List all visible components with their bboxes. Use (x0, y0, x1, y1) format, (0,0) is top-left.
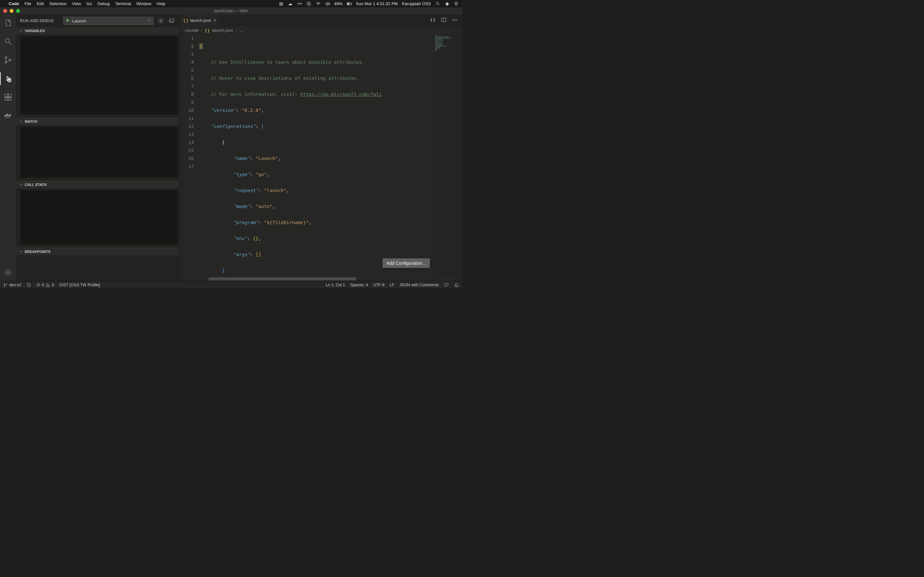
start-debug-icon[interactable] (65, 18, 70, 24)
chevron-down-icon (19, 182, 23, 187)
code-content[interactable]: { // Use IntelliSense to learn about pos… (200, 34, 434, 277)
status-bar: dev-v2 0 0 GIST [OSS TW Profile] Ln 1, C… (0, 281, 462, 288)
battery-icon[interactable] (347, 2, 352, 6)
control-center-icon[interactable]: ☰ (454, 1, 459, 6)
svg-rect-9 (5, 94, 8, 97)
window-title: launch.json — helm (0, 9, 462, 13)
svg-point-26 (6, 284, 7, 284)
status-bell-icon[interactable] (454, 282, 459, 287)
minimap[interactable] (434, 34, 462, 277)
svg-point-23 (456, 19, 457, 20)
breakpoints-header[interactable]: BREAKPOINTS (16, 248, 179, 255)
menubar-tray-icon-1[interactable]: ▤ (278, 1, 284, 6)
editor-area: { } launch.json × .vscode › { } launch.j… (180, 15, 462, 281)
wifi-icon[interactable] (316, 1, 321, 6)
debug-sidebar: RUN AND DEBUG Launch VARIABLES (16, 15, 180, 281)
status-problems[interactable]: 0 0 (36, 283, 54, 287)
activity-explorer[interactable] (0, 16, 16, 29)
svg-rect-10 (5, 97, 8, 100)
menubar-tray-glasses-icon[interactable]: 👓 (297, 1, 302, 6)
chevron-down-icon[interactable] (147, 18, 152, 24)
svg-rect-2 (347, 3, 349, 5)
variables-label: VARIABLES (25, 29, 45, 33)
menubar-user[interactable]: Karuppiah OSS (402, 1, 431, 6)
activity-source-control[interactable] (0, 53, 16, 66)
more-actions-icon[interactable] (452, 17, 457, 24)
activity-settings[interactable] (0, 266, 16, 279)
activity-docker[interactable] (0, 109, 16, 122)
spotlight-icon[interactable] (435, 1, 440, 6)
menu-debug[interactable]: Debug (97, 1, 110, 6)
split-editor-icon[interactable] (441, 17, 447, 24)
menu-edit[interactable]: Edit (37, 1, 44, 6)
chevron-down-icon (19, 29, 23, 33)
watch-label: WATCH (25, 119, 37, 123)
variables-header[interactable]: VARIABLES (16, 27, 179, 34)
tab-filename: launch.json (190, 18, 212, 23)
activity-bar (0, 15, 16, 281)
breakpoints-label: BREAKPOINTS (25, 250, 50, 253)
svg-rect-12 (8, 94, 11, 97)
svg-point-21 (453, 19, 453, 20)
menu-file[interactable]: File (25, 1, 31, 6)
menubar-datetime[interactable]: Sun Mar 1 4:31:32 PM (356, 1, 398, 6)
breadcrumb-file[interactable]: launch.json (212, 28, 233, 33)
svg-rect-19 (170, 19, 174, 23)
code-editor[interactable]: 1234567891011121314151617 { // Use Intel… (180, 34, 462, 277)
menubar-tray-s-icon[interactable]: Ⓢ (306, 1, 312, 7)
menu-terminal[interactable]: Terminal (115, 1, 131, 6)
debug-console-icon[interactable] (168, 18, 176, 24)
close-tab-icon[interactable]: × (214, 18, 216, 23)
chevron-down-icon (19, 119, 23, 124)
status-indent[interactable]: Spaces: 4 (350, 283, 368, 287)
svg-point-17 (7, 271, 9, 274)
menu-go[interactable]: Go (86, 1, 92, 6)
menu-help[interactable]: Help (157, 1, 165, 6)
svg-rect-11 (8, 97, 11, 100)
editor-tabs: { } launch.json × (180, 15, 462, 26)
callstack-header[interactable]: CALL STACK (16, 181, 179, 188)
variables-section: VARIABLES (16, 27, 179, 118)
menu-view[interactable]: View (72, 1, 81, 6)
scrollbar-thumb[interactable] (208, 277, 356, 280)
status-branch[interactable]: dev-v2 (3, 283, 21, 287)
svg-point-18 (160, 20, 162, 22)
activity-run-debug[interactable] (0, 72, 16, 85)
svg-rect-16 (7, 114, 8, 115)
svg-point-4 (5, 39, 9, 43)
breadcrumb-more[interactable]: ... (240, 28, 243, 33)
add-configuration-button[interactable]: Add Configuration... (383, 258, 430, 268)
status-eol[interactable]: LF (389, 283, 394, 287)
split-diff-icon[interactable] (430, 17, 436, 24)
siri-icon[interactable]: ◉ (444, 1, 449, 6)
chevron-down-icon (19, 250, 23, 254)
activity-search[interactable] (0, 35, 16, 48)
volume-icon[interactable] (325, 1, 330, 6)
sidebar-title: RUN AND DEBUG (20, 19, 60, 23)
open-launch-json-icon[interactable] (157, 18, 165, 24)
debug-config-select[interactable]: Launch (63, 17, 153, 25)
callstack-section: CALL STACK (16, 181, 179, 248)
chevron-right-icon: › (201, 28, 202, 33)
status-gist[interactable]: GIST [OSS TW Profile] (59, 283, 100, 287)
json-file-icon: { } (205, 28, 210, 33)
menu-window[interactable]: Window (136, 1, 151, 6)
horizontal-scrollbar[interactable] (180, 277, 462, 281)
status-encoding[interactable]: UTF-8 (373, 283, 384, 287)
status-feedback-icon[interactable] (444, 282, 449, 287)
debug-config-name: Launch (73, 19, 144, 23)
menubar-app-name[interactable]: Code (9, 1, 19, 6)
macos-menubar: Code File Edit Selection View Go Debug T… (0, 0, 462, 7)
tab-launch-json[interactable]: { } launch.json × (180, 15, 220, 26)
watch-header[interactable]: WATCH (16, 118, 179, 125)
svg-rect-1 (351, 3, 352, 5)
menu-selection[interactable]: Selection (49, 1, 66, 6)
breadcrumb[interactable]: .vscode › { } launch.json › ... (180, 26, 462, 34)
svg-point-22 (454, 19, 455, 20)
activity-extensions[interactable] (0, 91, 16, 103)
status-cursor[interactable]: Ln 1, Col 1 (326, 283, 345, 287)
status-language[interactable]: JSON with Comments (399, 283, 439, 287)
breadcrumb-folder[interactable]: .vscode (184, 28, 199, 33)
status-sync[interactable] (27, 283, 31, 287)
menubar-tray-cloud-icon[interactable]: ☁ (288, 1, 293, 6)
